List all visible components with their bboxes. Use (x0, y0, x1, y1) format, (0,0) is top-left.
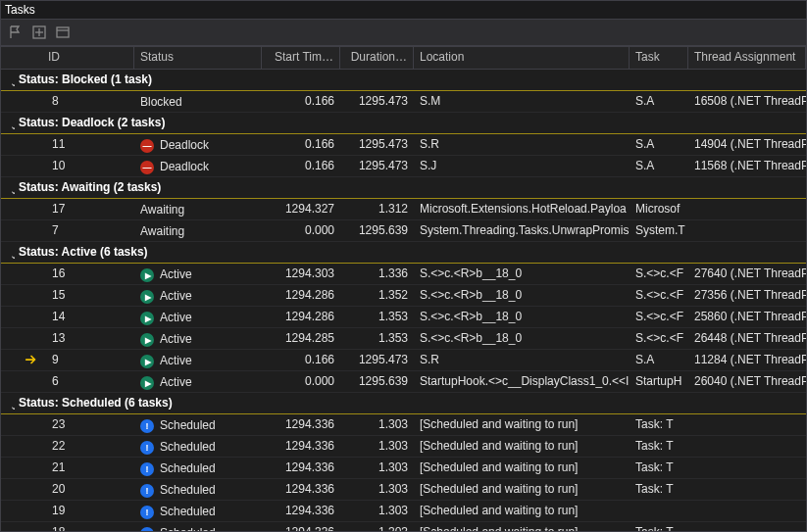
table-row[interactable]: 14Active1294.2861.353S.<>c.<R>b__18_0S.<… (1, 307, 806, 328)
chevron-down-icon[interactable]: ⌄ (1, 242, 15, 263)
row-current-marker (21, 156, 42, 176)
cell-duration: 1295.473 (340, 91, 414, 112)
row-gutter (1, 156, 21, 176)
table-row[interactable]: 15Active1294.2861.352S.<>c.<R>b__18_0S.<… (1, 285, 806, 307)
row-current-marker (21, 436, 42, 457)
cell-duration: 1.303 (340, 414, 414, 435)
cell-id: 15 (42, 285, 134, 306)
status-text: Awaiting (140, 203, 184, 217)
row-gutter (1, 328, 21, 349)
cell-thread (688, 220, 806, 241)
cell-task: S.A (630, 156, 688, 176)
table-row[interactable]: 18Scheduled1294.3361.303[Scheduled and w… (1, 522, 806, 531)
flag-icon[interactable] (5, 22, 26, 43)
active-status-icon (140, 355, 154, 368)
col-duration[interactable]: Duration… (340, 47, 414, 69)
table-row[interactable]: 21Scheduled1294.3361.303[Scheduled and w… (1, 458, 806, 479)
cell-id: 7 (42, 220, 134, 241)
cell-status: Active (134, 371, 262, 392)
scheduled-status-icon (140, 462, 154, 476)
table-row[interactable]: 8Blocked0.1661295.473S.MS.A16508 (.NET T… (1, 91, 806, 113)
group-blocked[interactable]: ⌄Status: Blocked (1 task) (1, 70, 806, 91)
row-current-marker (21, 328, 42, 349)
cell-duration: 1.303 (340, 522, 414, 531)
table-row[interactable]: 9Active0.1661295.473S.RS.A11284 (.NET Th… (1, 350, 806, 371)
status-text: Active (160, 332, 192, 346)
status-text: Active (160, 267, 192, 281)
cell-location: [Scheduled and waiting to run] (414, 522, 630, 531)
cell-start: 1294.336 (262, 414, 340, 435)
chevron-down-icon[interactable]: ⌄ (1, 393, 15, 413)
frame-icon[interactable] (28, 22, 50, 43)
cell-location: StartupHook.<>c__DisplayClass1_0.<<In (414, 371, 630, 392)
status-text: Active (160, 311, 192, 324)
active-status-icon (140, 376, 154, 390)
row-current-marker (21, 91, 42, 112)
chevron-down-icon[interactable]: ⌄ (1, 113, 15, 133)
row-current-marker (21, 350, 42, 370)
cell-thread: 16508 (.NET ThreadP (688, 91, 806, 112)
cell-status: Active (134, 328, 262, 349)
col-status[interactable]: Status (134, 47, 262, 69)
cell-task: Task: T (630, 414, 688, 435)
cell-start: 0.166 (262, 91, 340, 112)
grid-body[interactable]: ⌄Status: Blocked (1 task)8Blocked0.16612… (1, 70, 806, 531)
window-icon[interactable] (52, 22, 74, 43)
table-row[interactable]: 7Awaiting0.0001295.639System.Threading.T… (1, 220, 806, 242)
row-current-marker (21, 479, 42, 500)
col-id[interactable]: ID (42, 47, 134, 69)
table-row[interactable]: 10Deadlock0.1661295.473S.JS.A11568 (.NET… (1, 156, 806, 177)
cell-task: System.T (630, 220, 688, 241)
cell-duration: 1.303 (340, 436, 414, 457)
group-awaiting[interactable]: ⌄Status: Awaiting (2 tasks) (1, 177, 806, 199)
group-deadlock[interactable]: ⌄Status: Deadlock (2 tasks) (1, 113, 806, 134)
cell-location: S.<>c.<R>b__18_0 (414, 307, 630, 327)
cell-duration: 1.352 (340, 285, 414, 306)
cell-start: 0.000 (262, 371, 340, 392)
col-gutter[interactable] (1, 47, 21, 69)
status-text: Deadlock (160, 138, 209, 152)
titlebar[interactable]: Tasks (1, 1, 806, 20)
table-row[interactable]: 19Scheduled1294.3361.303[Scheduled and w… (1, 501, 806, 522)
cell-duration: 1295.639 (340, 220, 414, 241)
chevron-down-icon[interactable]: ⌄ (1, 70, 15, 90)
row-gutter (1, 501, 21, 521)
chevron-down-icon[interactable]: ⌄ (1, 177, 15, 198)
col-gutter2[interactable] (21, 47, 42, 69)
table-row[interactable]: 22Scheduled1294.3361.303[Scheduled and w… (1, 436, 806, 458)
table-row[interactable]: 20Scheduled1294.3361.303[Scheduled and w… (1, 479, 806, 501)
group-label: Status: Deadlock (2 tasks) (15, 113, 169, 133)
group-active[interactable]: ⌄Status: Active (6 tasks) (1, 242, 806, 264)
col-start[interactable]: Start Tim… (262, 47, 340, 69)
cell-id: 8 (42, 91, 134, 112)
col-thread[interactable]: Thread Assignment (688, 47, 806, 69)
cell-task: S.<>c.<F (630, 307, 688, 327)
table-row[interactable]: 17Awaiting1294.3271.312Microsoft.Extensi… (1, 199, 806, 220)
col-task[interactable]: Task (630, 47, 688, 69)
table-row[interactable]: 16Active1294.3031.336S.<>c.<R>b__18_0S.<… (1, 264, 806, 285)
cell-task: S.A (630, 91, 688, 112)
col-location[interactable]: Location (414, 47, 630, 69)
cell-task (630, 501, 688, 521)
table-row[interactable]: 13Active1294.2851.353S.<>c.<R>b__18_0S.<… (1, 328, 806, 350)
table-row[interactable]: 6Active0.0001295.639StartupHook.<>c__Dis… (1, 371, 806, 393)
cell-id: 11 (42, 134, 134, 155)
table-row[interactable]: 11Deadlock0.1661295.473S.RS.A14904 (.NET… (1, 134, 806, 156)
cell-status: Scheduled (134, 479, 262, 500)
cell-task: Task: T (630, 522, 688, 531)
row-gutter (1, 199, 21, 219)
cell-thread: 26448 (.NET ThreadP (688, 328, 806, 349)
status-text: Scheduled (160, 505, 216, 518)
row-current-marker (21, 522, 42, 531)
status-text: Scheduled (160, 526, 216, 532)
group-scheduled[interactable]: ⌄Status: Scheduled (6 tasks) (1, 393, 806, 414)
row-current-marker (21, 285, 42, 306)
cell-id: 14 (42, 307, 134, 327)
cell-task: Microsof (630, 199, 688, 219)
cell-location: S.<>c.<R>b__18_0 (414, 328, 630, 349)
cell-duration: 1295.639 (340, 371, 414, 392)
cell-thread: 11284 (.NET ThreadP (688, 350, 806, 370)
cell-thread: 25860 (.NET ThreadP (688, 307, 806, 327)
table-row[interactable]: 23Scheduled1294.3361.303[Scheduled and w… (1, 414, 806, 436)
cell-location: [Scheduled and waiting to run] (414, 436, 630, 457)
